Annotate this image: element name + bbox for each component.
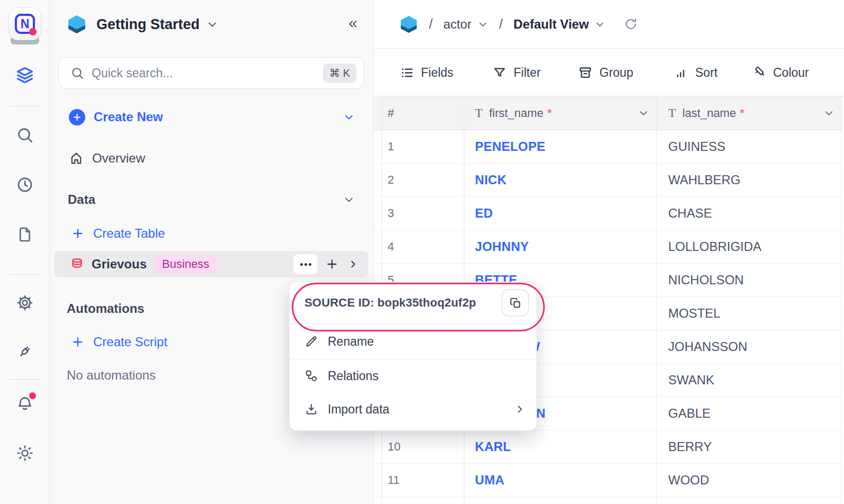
database-icon bbox=[70, 257, 84, 272]
fields-button[interactable]: Fields bbox=[400, 49, 453, 96]
cell-last-name[interactable]: GUINESS bbox=[657, 130, 842, 163]
rail-divider bbox=[8, 379, 41, 380]
menu-item-import-data[interactable]: Import data bbox=[290, 392, 536, 426]
chevron-right-icon[interactable] bbox=[347, 258, 359, 270]
filter-icon bbox=[492, 66, 507, 80]
breadcrumb: / actor / Default View bbox=[374, 0, 844, 49]
home-icon bbox=[69, 151, 84, 166]
nocodb-logo[interactable]: N bbox=[8, 7, 42, 47]
table-row: 1 PENELOPE GUINESS bbox=[374, 130, 842, 164]
chevron-down-icon[interactable] bbox=[343, 193, 355, 206]
chevron-down-icon[interactable] bbox=[206, 18, 219, 31]
search-icon[interactable] bbox=[16, 126, 34, 144]
cell-last-name[interactable]: MOSTEL bbox=[657, 297, 842, 330]
workspace-name[interactable]: Getting Started bbox=[96, 16, 200, 33]
logo-red-dot bbox=[29, 28, 37, 35]
colour-button[interactable]: Colour bbox=[752, 49, 809, 96]
gear-icon[interactable] bbox=[16, 294, 34, 312]
sort-button[interactable]: Sort bbox=[674, 49, 717, 96]
workspace-cube-icon[interactable] bbox=[67, 14, 87, 34]
notification-dot bbox=[29, 392, 36, 399]
colour-label: Colour bbox=[773, 66, 809, 80]
base-name: Grievous bbox=[92, 257, 147, 272]
row-gutter[interactable] bbox=[374, 130, 382, 163]
row-gutter[interactable] bbox=[374, 164, 382, 196]
collapse-sidebar-button[interactable]: « bbox=[348, 15, 357, 34]
row-gutter[interactable] bbox=[374, 464, 382, 497]
no-automations-label: No automations bbox=[67, 368, 156, 383]
breadcrumb-view[interactable]: Default View bbox=[514, 17, 606, 32]
file-icon[interactable] bbox=[16, 226, 33, 243]
cell-first-name[interactable]: ED bbox=[464, 197, 657, 230]
workspace-header: Getting Started « bbox=[50, 0, 373, 49]
data-section-header[interactable]: Data bbox=[50, 186, 373, 213]
base-more-button[interactable] bbox=[293, 254, 318, 274]
overview-label: Overview bbox=[92, 151, 145, 166]
source-id-row: SOURCE ID: bopk35thoq2uf2p bbox=[290, 282, 536, 323]
breadcrumb-separator: / bbox=[499, 16, 503, 32]
chevron-down-icon[interactable] bbox=[823, 107, 835, 119]
refresh-icon[interactable] bbox=[624, 17, 638, 31]
chevron-down-icon[interactable] bbox=[343, 111, 355, 123]
clock-icon[interactable] bbox=[16, 176, 34, 194]
copy-icon bbox=[509, 296, 522, 310]
row-number: 2 bbox=[382, 164, 464, 196]
menu-item-rename[interactable]: Rename bbox=[290, 324, 536, 359]
breadcrumb-table[interactable]: actor bbox=[443, 17, 488, 32]
cell-last-name[interactable]: LOLLOBRIGIDA bbox=[657, 230, 842, 263]
nocodb-app: { "app": { "logo_letter": "N" }, "rail":… bbox=[0, 0, 844, 504]
column-header-first-name[interactable]: T first_name * bbox=[464, 96, 657, 130]
menu-item-relations[interactable]: Relations bbox=[290, 359, 536, 392]
row-gutter[interactable] bbox=[374, 230, 382, 263]
row-index-header: # bbox=[382, 96, 464, 130]
plug-icon[interactable] bbox=[16, 343, 34, 361]
cell-first-name[interactable]: PENELOPE bbox=[464, 130, 657, 163]
cell-last-name[interactable]: SWANK bbox=[657, 364, 842, 397]
cell-last-name[interactable]: CHASE bbox=[657, 197, 842, 230]
cell-first-name[interactable]: UMA bbox=[464, 464, 657, 497]
logo-frame: N bbox=[15, 14, 35, 34]
create-table-button[interactable]: Create Table bbox=[50, 220, 373, 247]
pencil-icon bbox=[304, 335, 318, 348]
sun-icon[interactable] bbox=[16, 444, 34, 462]
required-asterisk: * bbox=[547, 106, 552, 120]
cell-last-name[interactable]: NICHOLSON bbox=[657, 264, 842, 296]
row-gutter[interactable] bbox=[374, 197, 382, 230]
search-input[interactable] bbox=[92, 66, 323, 80]
cell-last-name[interactable]: BERRY bbox=[657, 430, 842, 463]
row-gutter[interactable] bbox=[374, 430, 382, 463]
table-name: actor bbox=[443, 17, 471, 32]
cell-first-name[interactable] bbox=[464, 497, 657, 504]
paint-roller-icon bbox=[752, 66, 766, 80]
layers-icon[interactable] bbox=[15, 66, 34, 85]
filter-button[interactable]: Filter bbox=[492, 49, 541, 96]
relations-icon bbox=[304, 369, 318, 383]
base-cube-icon[interactable] bbox=[399, 15, 418, 34]
base-item-grievous[interactable]: Grievous Business bbox=[54, 251, 369, 277]
chevron-down-icon[interactable] bbox=[638, 107, 650, 119]
rail-divider bbox=[8, 106, 41, 106]
quick-search[interactable]: ⌘ K bbox=[58, 57, 364, 89]
sort-icon bbox=[674, 66, 688, 80]
table-row: 3 ED CHASE bbox=[374, 197, 842, 230]
chevron-down-icon bbox=[477, 19, 489, 30]
create-new-button[interactable]: Create New bbox=[50, 104, 373, 130]
sidebar-item-overview[interactable]: Overview bbox=[50, 145, 373, 172]
column-header-last-name[interactable]: T last_name * bbox=[657, 96, 842, 130]
copy-source-id-button[interactable] bbox=[501, 289, 529, 317]
add-table-icon[interactable] bbox=[325, 257, 339, 271]
cell-last-name[interactable] bbox=[657, 497, 842, 504]
table-row: 10 KARL BERRY bbox=[374, 430, 842, 464]
cell-first-name[interactable]: NICK bbox=[464, 164, 657, 196]
cell-first-name[interactable]: JOHNNY bbox=[464, 230, 657, 263]
cell-first-name[interactable]: KARL bbox=[464, 430, 657, 463]
chevron-down-icon bbox=[594, 19, 606, 30]
chevron-right-icon bbox=[514, 403, 526, 415]
row-gutter[interactable] bbox=[374, 497, 382, 504]
cell-last-name[interactable]: WOOD bbox=[657, 464, 842, 497]
group-button[interactable]: Group bbox=[578, 49, 633, 96]
cell-last-name[interactable]: WAHLBERG bbox=[657, 164, 842, 196]
bell-icon[interactable] bbox=[16, 394, 34, 412]
cell-last-name[interactable]: JOHANSSON bbox=[657, 330, 842, 363]
cell-last-name[interactable]: GABLE bbox=[657, 397, 842, 430]
